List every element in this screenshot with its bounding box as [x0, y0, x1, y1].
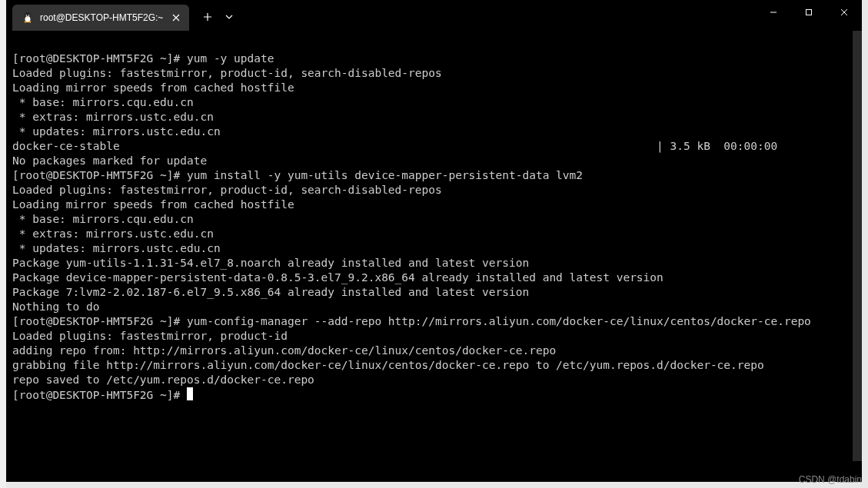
terminal-cursor [187, 387, 193, 400]
titlebar[interactable]: root@DESKTOP-HMT5F2G:~ [6, 0, 862, 31]
terminal-line: No packages marked for update [12, 154, 856, 168]
terminal-line: * updates: mirrors.ustc.edu.cn [12, 241, 856, 256]
minimize-button[interactable] [756, 0, 791, 25]
scrollbar[interactable] [853, 31, 862, 461]
svg-point-5 [28, 15, 29, 16]
penguin-icon [22, 12, 34, 24]
terminal-line: * base: mirrors.cqu.edu.cn [12, 95, 856, 110]
terminal-line: Loading mirror speeds from cached hostfi… [12, 198, 856, 212]
terminal-line: Package device-mapper-persistent-data-0.… [12, 271, 856, 285]
terminal-line: * base: mirrors.cqu.edu.cn [12, 212, 856, 227]
terminal-line: [root@DESKTOP-HMT5F2G ~]# yum -y update [12, 51, 856, 66]
terminal-line: Package 7:lvm2-2.02.187-6.el7_9.5.x86_64… [12, 285, 856, 300]
terminal-line: * extras: mirrors.ustc.edu.cn [12, 110, 856, 124]
terminal-line: docker-ce-stable | 3.5 kB 00:00:00 [12, 139, 856, 154]
terminal-window: root@DESKTOP-HMT5F2G:~ [6, 0, 862, 482]
svg-point-7 [28, 22, 32, 23]
terminal-line: Package yum-utils-1.1.31-54.el7_8.noarch… [12, 256, 856, 271]
watermark: CSDN @tdabin [799, 474, 862, 485]
background-left-strip [0, 0, 6, 488]
terminal-line: grabbing file http://mirrors.aliyun.com/… [12, 358, 856, 373]
terminal-line: Loaded plugins: fastestmirror, product-i… [12, 183, 856, 198]
terminal-line: Loading mirror speeds from cached hostfi… [12, 81, 856, 95]
terminal-line: Loaded plugins: fastestmirror, product-i… [12, 66, 856, 81]
tab-close-button[interactable] [169, 11, 183, 25]
tab-dropdown-button[interactable] [220, 5, 238, 29]
window-controls [756, 0, 862, 25]
tab-title: root@DESKTOP-HMT5F2G:~ [40, 12, 163, 23]
terminal-output[interactable]: [root@DESKTOP-HMT5F2G ~]# yum -y updateL… [6, 31, 862, 482]
terminal-prompt: [root@DESKTOP-HMT5F2G ~]# [12, 389, 187, 401]
terminal-tab[interactable]: root@DESKTOP-HMT5F2G:~ [12, 5, 189, 31]
svg-rect-8 [806, 10, 812, 15]
terminal-line: adding repo from: http://mirrors.aliyun.… [12, 344, 856, 358]
terminal-line: [root@DESKTOP-HMT5F2G ~]# yum install -y… [12, 168, 856, 183]
terminal-line: Loaded plugins: fastestmirror, product-i… [12, 329, 856, 344]
svg-point-6 [25, 22, 28, 23]
terminal-line: * extras: mirrors.ustc.edu.cn [12, 227, 856, 241]
terminal-line: Nothing to do [12, 300, 856, 314]
new-tab-button[interactable] [195, 5, 220, 29]
terminal-line: * updates: mirrors.ustc.edu.cn [12, 124, 856, 139]
maximize-button[interactable] [791, 0, 826, 25]
terminal-line: [root@DESKTOP-HMT5F2G ~]# yum-config-man… [12, 314, 856, 329]
svg-point-4 [26, 15, 27, 16]
close-window-button[interactable] [826, 0, 862, 25]
terminal-line: repo saved to /etc/yum.repos.d/docker-ce… [12, 373, 856, 387]
